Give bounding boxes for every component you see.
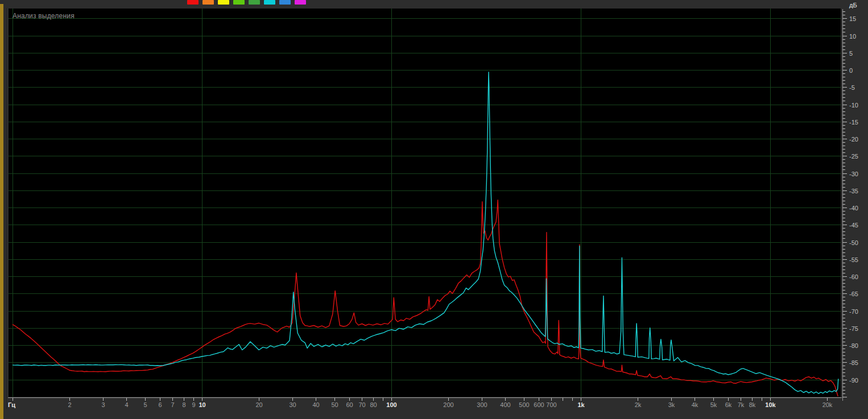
- x-tick-label: 1k: [577, 401, 585, 408]
- x-tick-label: 6: [158, 401, 162, 408]
- x-tick-label: 30: [289, 401, 296, 408]
- trace-color-swatch-magenta[interactable]: [295, 0, 306, 5]
- y-tick-label: -85: [849, 359, 858, 366]
- x-tick-label: 7: [171, 401, 174, 408]
- y-axis-ruler: 151050-5-10-15-20-25-30-35-40-45-50-55-6…: [842, 2, 858, 401]
- x-tick-label: 3: [101, 401, 105, 408]
- y-tick-label: -90: [849, 377, 858, 384]
- y-tick-label: -35: [849, 188, 858, 194]
- trace-color-swatch-orange[interactable]: [202, 0, 214, 5]
- panel-edge-accent-bar: [0, 4, 3, 419]
- x-axis-ruler: 2345678910203040506070801002003004005006…: [8, 398, 842, 409]
- plot-background: [9, 9, 841, 397]
- y-tick-label: -20: [849, 136, 858, 143]
- y-tick-label: -10: [849, 102, 858, 109]
- y-tick-label: 5: [849, 50, 853, 57]
- x-tick-label: 70: [358, 401, 365, 408]
- x-tick-label: 200: [443, 401, 453, 408]
- y-tick-label: -80: [849, 342, 858, 349]
- x-tick-label: 600: [534, 401, 544, 408]
- trace-color-swatch-red[interactable]: [187, 0, 199, 5]
- y-tick-label: 15: [849, 15, 856, 22]
- trace-color-swatch-row: [187, 0, 306, 5]
- x-tick-label: 5k: [710, 401, 717, 408]
- x-tick-label: 40: [312, 401, 319, 408]
- y-tick-label: -5: [849, 84, 855, 91]
- y-tick-label: -70: [849, 308, 858, 315]
- x-axis-unit-label: Гц: [8, 401, 15, 408]
- y-tick-label: -60: [849, 273, 858, 280]
- x-tick-label: 4k: [692, 401, 698, 408]
- trace-color-swatch-cyan[interactable]: [264, 0, 275, 5]
- y-tick-label: -40: [849, 205, 858, 211]
- x-tick-label: 3k: [668, 401, 675, 408]
- x-tick-label: 400: [500, 401, 510, 408]
- x-tick-label: 100: [386, 401, 396, 408]
- x-tick-label: 80: [370, 401, 377, 408]
- y-tick-label: -15: [849, 119, 858, 126]
- x-tick-label: 20: [255, 401, 262, 408]
- trace-color-swatch-green[interactable]: [249, 0, 260, 5]
- y-tick-label: -55: [849, 256, 858, 263]
- x-tick-label: 9: [192, 401, 195, 408]
- x-tick-label: 10k: [765, 401, 776, 408]
- x-tick-label: 8k: [749, 401, 756, 408]
- x-tick-label: 7k: [738, 401, 745, 408]
- panel-title: Анализ выделения: [13, 12, 75, 20]
- y-axis-unit-label: дБ: [849, 2, 857, 9]
- x-tick-label: 60: [346, 401, 353, 408]
- x-tick-label: 4: [125, 401, 128, 408]
- trace-color-swatch-yellow[interactable]: [218, 0, 229, 5]
- x-tick-label: 50: [331, 401, 338, 408]
- y-tick-label: -65: [849, 291, 858, 297]
- x-tick-label: 500: [519, 401, 529, 408]
- frequency-analysis-panel: 2345678910203040506070801002003004005006…: [0, 0, 868, 419]
- x-tick-label: 5: [143, 401, 147, 408]
- y-tick-label: -25: [849, 153, 858, 160]
- x-tick-label: 10: [199, 401, 205, 408]
- x-tick-label: 2: [68, 401, 71, 408]
- panel-seam-line: [6, 8, 7, 409]
- y-tick-label: -50: [849, 239, 858, 246]
- spectrum-plot[interactable]: 2345678910203040506070801002003004005006…: [0, 0, 868, 419]
- y-tick-label: -30: [849, 171, 858, 177]
- x-tick-label: 2k: [635, 401, 642, 408]
- x-tick-label: 300: [477, 401, 487, 408]
- y-tick-label: -75: [849, 325, 858, 332]
- y-tick-label: -45: [849, 222, 858, 229]
- x-tick-label: 20k: [822, 401, 833, 408]
- x-tick-label: 700: [546, 401, 556, 408]
- y-tick-label: 10: [849, 33, 856, 40]
- trace-color-swatch-lime-green[interactable]: [233, 0, 245, 5]
- x-tick-label: 8: [182, 401, 185, 408]
- trace-color-swatch-blue[interactable]: [279, 0, 291, 5]
- x-tick-label: 6k: [725, 401, 732, 408]
- y-tick-label: 0: [849, 67, 853, 74]
